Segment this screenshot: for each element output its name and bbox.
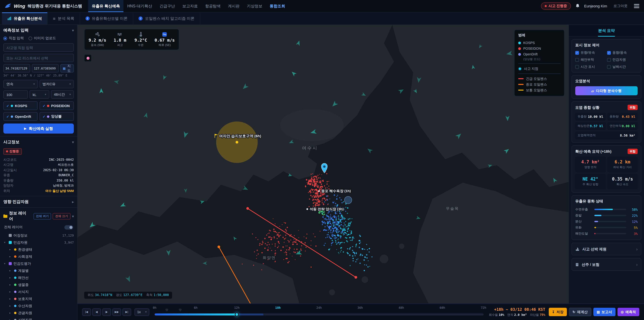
run-prediction-button[interactable]: ▶확산예측 실행 bbox=[3, 124, 74, 134]
legend-fence-row: 중요 오일펜스 bbox=[518, 82, 560, 87]
chevron-down-icon: ▾ bbox=[70, 93, 71, 96]
chevron-right-icon[interactable]: ▸ bbox=[72, 200, 74, 204]
nav-item[interactable]: 유출유 확산예측 bbox=[88, 0, 124, 12]
user-name[interactable]: Eunjeong Kim bbox=[584, 4, 607, 8]
longitude-input[interactable] bbox=[32, 64, 59, 73]
wing-logo-icon bbox=[5, 3, 12, 9]
layer-row[interactable]: ▸생물종 bbox=[3, 281, 74, 288]
incident-alert-badge[interactable]: 사고 진행중 bbox=[541, 2, 571, 10]
radio-direct-input[interactable]: 직접 입력 bbox=[3, 36, 24, 41]
analysis-summary-panel: 분석 요약 표시 정보 제어 ✓유향/유속✓풍향/풍속해안부착민감자원시간 표시… bbox=[568, 25, 644, 303]
event-marker-icon[interactable]: ♡ bbox=[165, 308, 168, 311]
model-toggle[interactable]: ✓앙상블 bbox=[40, 112, 74, 121]
checkbox-icon bbox=[607, 58, 611, 62]
hamburger-menu-icon[interactable] bbox=[634, 4, 639, 8]
layer-row[interactable]: ▸산업자원 bbox=[3, 316, 74, 320]
chevron-down-icon[interactable]: ▾ bbox=[72, 214, 74, 218]
nav-item[interactable]: 게시판 bbox=[224, 0, 243, 12]
bell-icon[interactable] bbox=[575, 4, 580, 9]
spill-type-select[interactable]: 연속▾ bbox=[3, 80, 38, 88]
pick-on-map-button[interactable]: ▦지도 bbox=[60, 64, 74, 73]
amount-input[interactable] bbox=[3, 90, 28, 99]
incident-name-input[interactable] bbox=[3, 43, 74, 52]
map-container[interactable]: 여자만 습지보호구역 (6h)웅포 해수욕장 (1h)석동 전략 양식장 (3h… bbox=[78, 25, 568, 303]
weathering-card: 유출유 풍화 상태 수면유출58%증발22%분산12%유화5%해안도달3% bbox=[572, 195, 641, 240]
layer-row[interactable]: 어장정보17,129 bbox=[3, 232, 74, 239]
tab[interactable]: ≡분석 목록 bbox=[48, 13, 80, 25]
logout-button[interactable]: 로그아웃 bbox=[612, 3, 630, 9]
event-marker-icon[interactable]: ♡ bbox=[179, 308, 182, 311]
display-option-checkbox[interactable]: 민감자원 bbox=[607, 57, 638, 62]
tab[interactable]: 유출유 확산분석 bbox=[2, 13, 48, 25]
collapsed-section[interactable]: 사고 선박 제원› bbox=[572, 243, 641, 255]
layer-row[interactable]: ▸서식지 bbox=[3, 288, 74, 295]
current-time-label: +18h ~ 03/12 08:46 KST bbox=[494, 307, 545, 311]
tick-label: 12h bbox=[234, 306, 240, 309]
model-toggle[interactable]: ✓POSEIDON bbox=[40, 101, 74, 110]
list-icon: ≡ bbox=[53, 16, 55, 21]
master-layer-toggle[interactable] bbox=[64, 225, 73, 229]
pollution-stat-cell: 연안부착0.00 kl bbox=[607, 122, 638, 130]
layers-all-off-button[interactable]: 전체 끄기 bbox=[53, 213, 70, 219]
action-button[interactable]: ↧저장 bbox=[548, 308, 567, 316]
fast-forward-icon[interactable]: ▶▶ bbox=[112, 308, 121, 316]
basemap-style-button[interactable] bbox=[84, 54, 92, 62]
tab[interactable]: i유출유확산모델 이론 bbox=[80, 13, 133, 25]
layer-row[interactable]: ▾민감자원3,947 bbox=[3, 239, 74, 246]
layer-row[interactable]: ▾민감도평가 bbox=[3, 260, 74, 267]
polygon-analysis-button[interactable]: ▱다각형 분석수행 bbox=[575, 86, 638, 95]
wind-icon bbox=[95, 32, 100, 37]
layer-color-icon bbox=[14, 276, 16, 279]
playback-speed-select[interactable]: 1x▾ bbox=[134, 308, 149, 316]
chevron-down-icon[interactable]: ▾ bbox=[72, 140, 74, 144]
display-option-checkbox[interactable]: 해안부착 bbox=[575, 57, 606, 62]
layer-row[interactable]: ▸보호지역 bbox=[3, 295, 74, 302]
timeline-handle[interactable] bbox=[235, 312, 239, 316]
radio-image-upload[interactable]: 이미지 업로드 bbox=[28, 36, 56, 41]
nav-item[interactable]: HNS·대기확산 bbox=[124, 0, 156, 12]
action-button[interactable]: ▤보고서 bbox=[593, 308, 616, 316]
unit-select[interactable]: kL▾ bbox=[30, 90, 49, 99]
layer-row[interactable]: ▸관광자원 bbox=[3, 309, 74, 316]
layer-row[interactable]: ▸환경생태 bbox=[3, 246, 74, 253]
danger-badge: 위험 bbox=[628, 149, 638, 154]
layers-all-on-button[interactable]: 전체 켜기 bbox=[34, 213, 51, 219]
nav-item[interactable]: 보고자료 bbox=[178, 0, 202, 12]
layer-row[interactable]: ▸계절별 bbox=[3, 267, 74, 274]
layer-row[interactable]: ▸해안선 bbox=[3, 274, 74, 281]
step-back-icon[interactable]: ◀ bbox=[92, 308, 101, 316]
action-button[interactable]: ◎예측적 bbox=[618, 308, 639, 316]
forecast-stat-cell: 6.2 km최대 확산 거리 bbox=[607, 157, 638, 172]
latitude-input[interactable] bbox=[3, 64, 30, 73]
display-option-checkbox[interactable]: ✓유향/유속 bbox=[575, 50, 606, 55]
display-option-checkbox[interactable]: 날짜시간 bbox=[607, 65, 638, 69]
layer-row[interactable]: ▸수산자원 bbox=[3, 302, 74, 309]
duration-select[interactable]: 48시간▾ bbox=[51, 90, 74, 99]
model-toggle[interactable]: ✓OpenDrift bbox=[3, 112, 38, 121]
forecast-stat-cell: 4.7 km²영향 면적 bbox=[575, 157, 606, 172]
nav-item[interactable]: 통합조회 bbox=[266, 0, 289, 12]
legend-model-row: OpenDrift bbox=[518, 51, 560, 57]
svg-text:여자만 습지보호구역 (6h): 여자만 습지보호구역 (6h) bbox=[219, 134, 261, 138]
weather-metric: 1.8 m파고 bbox=[113, 32, 127, 47]
tab[interactable]: i오일펜스 배치 알고리즘 이론 bbox=[133, 13, 200, 25]
collapsed-section[interactable]: 선주 / 보험› bbox=[572, 258, 641, 271]
incident-list-input[interactable] bbox=[3, 54, 74, 62]
display-option-checkbox[interactable]: ✓풍향/풍속 bbox=[607, 50, 638, 55]
layer-row[interactable]: ▸사회경제 bbox=[3, 253, 74, 260]
map-canvas[interactable]: 여자만 습지보호구역 (6h)웅포 해수욕장 (1h)석동 전략 양식장 (3h… bbox=[78, 25, 568, 303]
oil-type-select[interactable]: 벙커C유▾ bbox=[40, 80, 74, 88]
left-sidebar: 예측정보 입력 ▾ 직접 입력 이미지 업로드 ▦지도 34° 44' 30.5… bbox=[0, 25, 78, 320]
action-button[interactable]: ↻재계산 bbox=[569, 308, 591, 316]
nav-item[interactable]: 항공탐색 bbox=[202, 0, 224, 12]
chevron-down-icon[interactable]: ▾ bbox=[72, 29, 74, 32]
summary-tab[interactable]: 분석 요약 bbox=[569, 25, 644, 37]
skip-end-icon[interactable]: ▶| bbox=[122, 308, 131, 316]
nav-item[interactable]: 기상정보 bbox=[243, 0, 266, 12]
play-icon[interactable]: ▶ bbox=[102, 308, 111, 316]
nav-item[interactable]: 긴급구난 bbox=[156, 0, 178, 12]
chevron-right-icon: ▸ bbox=[10, 290, 12, 293]
skip-start-icon[interactable]: |◀ bbox=[82, 308, 91, 316]
model-toggle[interactable]: ✓KOSPS bbox=[3, 101, 38, 110]
display-option-checkbox[interactable]: 시간 표시 bbox=[575, 65, 606, 69]
